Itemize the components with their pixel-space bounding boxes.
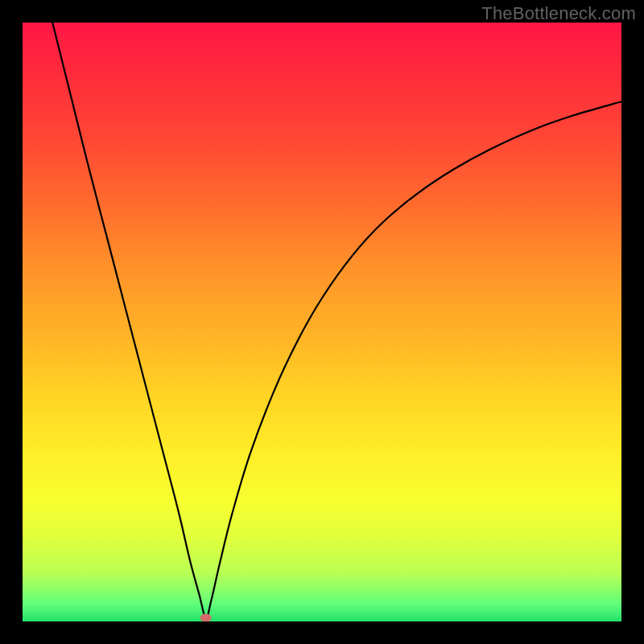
watermark-text: TheBottleneck.com [481,3,636,24]
bottleneck-curve [52,23,621,618]
curve-layer [23,23,621,621]
chart-frame: TheBottleneck.com [0,0,644,644]
optimum-marker [200,614,212,621]
plot-area [23,23,621,621]
